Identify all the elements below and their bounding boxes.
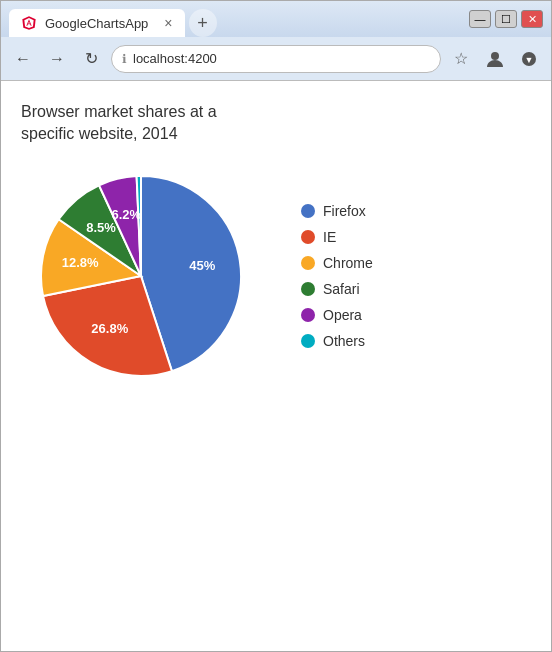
address-bar[interactable]: ℹ localhost:4200 — [111, 45, 441, 73]
svg-text:26.8%: 26.8% — [91, 321, 128, 336]
legend-label: Others — [323, 333, 365, 349]
legend-label: Firefox — [323, 203, 366, 219]
back-button[interactable]: ← — [9, 45, 37, 73]
url-text: localhost:4200 — [133, 51, 430, 66]
legend-item: Firefox — [301, 203, 373, 219]
svg-text:12.8%: 12.8% — [62, 255, 99, 270]
legend-label: Opera — [323, 307, 362, 323]
new-tab-button[interactable]: + — [189, 9, 217, 37]
legend-color-dot — [301, 256, 315, 270]
title-bar: GoogleChartsApp × + — ☐ ✕ — [1, 1, 551, 37]
legend-color-dot — [301, 282, 315, 296]
maximize-button[interactable]: ☐ — [495, 10, 517, 28]
legend-color-dot — [301, 334, 315, 348]
legend-item: Others — [301, 333, 373, 349]
minimize-button[interactable]: — — [469, 10, 491, 28]
window-controls: — ☐ ✕ — [469, 10, 543, 28]
tab-close-button[interactable]: × — [164, 15, 172, 31]
page-content: Browser market shares at a specific webs… — [1, 81, 551, 651]
svg-text:6.2%: 6.2% — [112, 207, 142, 222]
menu-button[interactable]: ▼ — [515, 45, 543, 73]
legend-label: Chrome — [323, 255, 373, 271]
legend-color-dot — [301, 308, 315, 322]
svg-text:45%: 45% — [189, 258, 215, 273]
browser-tab[interactable]: GoogleChartsApp × — [9, 9, 185, 37]
pie-chart: 45%26.8%12.8%8.5%6.2% — [31, 166, 251, 386]
legend-label: IE — [323, 229, 336, 245]
legend-item: Chrome — [301, 255, 373, 271]
legend-color-dot — [301, 204, 315, 218]
legend-label: Safari — [323, 281, 360, 297]
svg-text:8.5%: 8.5% — [86, 220, 116, 235]
browser-window: GoogleChartsApp × + — ☐ ✕ ← → ↻ ℹ localh… — [0, 0, 552, 652]
chart-legend: FirefoxIEChromeSafariOperaOthers — [301, 203, 373, 349]
forward-button[interactable]: → — [43, 45, 71, 73]
svg-point-0 — [491, 52, 499, 60]
tab-area: GoogleChartsApp × + — [9, 1, 461, 37]
profile-button[interactable] — [481, 45, 509, 73]
legend-item: Safari — [301, 281, 373, 297]
legend-item: IE — [301, 229, 373, 245]
close-button[interactable]: ✕ — [521, 10, 543, 28]
chart-area: 45%26.8%12.8%8.5%6.2% FirefoxIEChromeSaf… — [31, 166, 531, 386]
security-icon: ℹ — [122, 52, 127, 66]
chart-title: Browser market shares at a specific webs… — [21, 101, 241, 146]
angular-icon — [21, 15, 37, 31]
bookmark-button[interactable]: ☆ — [447, 45, 475, 73]
legend-color-dot — [301, 230, 315, 244]
svg-text:▼: ▼ — [525, 55, 534, 65]
reload-button[interactable]: ↻ — [77, 45, 105, 73]
navigation-bar: ← → ↻ ℹ localhost:4200 ☆ ▼ — [1, 37, 551, 81]
tab-title: GoogleChartsApp — [45, 16, 148, 31]
legend-item: Opera — [301, 307, 373, 323]
